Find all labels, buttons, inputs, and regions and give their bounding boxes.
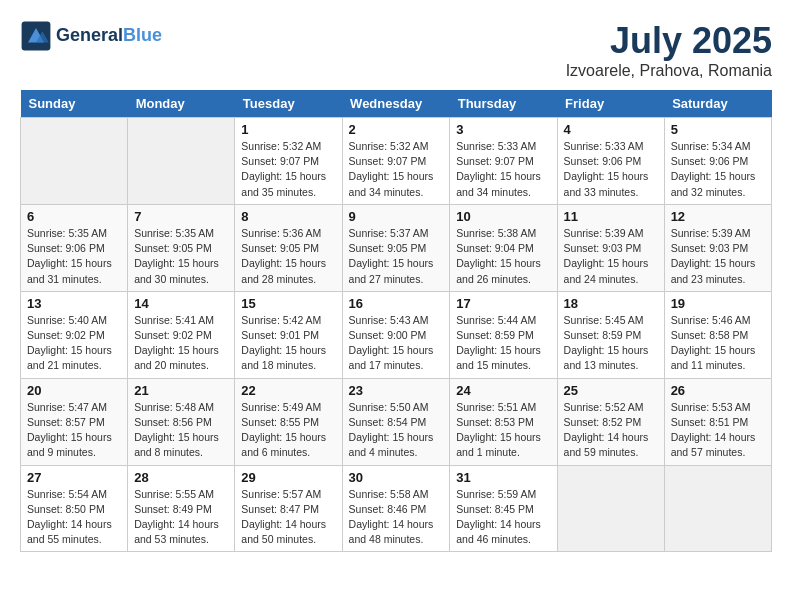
day-detail: Sunrise: 5:52 AM Sunset: 8:52 PM Dayligh… [564, 400, 658, 461]
calendar-week-row: 6Sunrise: 5:35 AM Sunset: 9:06 PM Daylig… [21, 204, 772, 291]
day-number: 8 [241, 209, 335, 224]
calendar-cell: 14Sunrise: 5:41 AM Sunset: 9:02 PM Dayli… [128, 291, 235, 378]
day-detail: Sunrise: 5:45 AM Sunset: 8:59 PM Dayligh… [564, 313, 658, 374]
calendar-cell: 4Sunrise: 5:33 AM Sunset: 9:06 PM Daylig… [557, 118, 664, 205]
calendar-cell: 25Sunrise: 5:52 AM Sunset: 8:52 PM Dayli… [557, 378, 664, 465]
day-detail: Sunrise: 5:32 AM Sunset: 9:07 PM Dayligh… [241, 139, 335, 200]
day-number: 1 [241, 122, 335, 137]
calendar-cell: 28Sunrise: 5:55 AM Sunset: 8:49 PM Dayli… [128, 465, 235, 552]
day-number: 20 [27, 383, 121, 398]
day-detail: Sunrise: 5:51 AM Sunset: 8:53 PM Dayligh… [456, 400, 550, 461]
calendar-cell [664, 465, 771, 552]
calendar-header-row: SundayMondayTuesdayWednesdayThursdayFrid… [21, 90, 772, 118]
day-number: 15 [241, 296, 335, 311]
calendar-cell: 9Sunrise: 5:37 AM Sunset: 9:05 PM Daylig… [342, 204, 450, 291]
day-detail: Sunrise: 5:40 AM Sunset: 9:02 PM Dayligh… [27, 313, 121, 374]
day-header-thursday: Thursday [450, 90, 557, 118]
calendar-week-row: 13Sunrise: 5:40 AM Sunset: 9:02 PM Dayli… [21, 291, 772, 378]
logo: GeneralBlue [20, 20, 162, 52]
day-detail: Sunrise: 5:42 AM Sunset: 9:01 PM Dayligh… [241, 313, 335, 374]
calendar-cell: 19Sunrise: 5:46 AM Sunset: 8:58 PM Dayli… [664, 291, 771, 378]
day-detail: Sunrise: 5:43 AM Sunset: 9:00 PM Dayligh… [349, 313, 444, 374]
calendar-cell: 13Sunrise: 5:40 AM Sunset: 9:02 PM Dayli… [21, 291, 128, 378]
calendar-table: SundayMondayTuesdayWednesdayThursdayFrid… [20, 90, 772, 552]
calendar-cell [557, 465, 664, 552]
day-number: 14 [134, 296, 228, 311]
day-number: 5 [671, 122, 765, 137]
day-number: 25 [564, 383, 658, 398]
calendar-cell: 29Sunrise: 5:57 AM Sunset: 8:47 PM Dayli… [235, 465, 342, 552]
day-detail: Sunrise: 5:32 AM Sunset: 9:07 PM Dayligh… [349, 139, 444, 200]
calendar-week-row: 27Sunrise: 5:54 AM Sunset: 8:50 PM Dayli… [21, 465, 772, 552]
day-detail: Sunrise: 5:50 AM Sunset: 8:54 PM Dayligh… [349, 400, 444, 461]
day-header-monday: Monday [128, 90, 235, 118]
day-header-sunday: Sunday [21, 90, 128, 118]
calendar-cell: 1Sunrise: 5:32 AM Sunset: 9:07 PM Daylig… [235, 118, 342, 205]
day-detail: Sunrise: 5:33 AM Sunset: 9:07 PM Dayligh… [456, 139, 550, 200]
calendar-cell: 15Sunrise: 5:42 AM Sunset: 9:01 PM Dayli… [235, 291, 342, 378]
calendar-week-row: 1Sunrise: 5:32 AM Sunset: 9:07 PM Daylig… [21, 118, 772, 205]
day-detail: Sunrise: 5:35 AM Sunset: 9:05 PM Dayligh… [134, 226, 228, 287]
title-block: July 2025 Izvoarele, Prahova, Romania [566, 20, 772, 80]
day-header-friday: Friday [557, 90, 664, 118]
day-detail: Sunrise: 5:38 AM Sunset: 9:04 PM Dayligh… [456, 226, 550, 287]
calendar-week-row: 20Sunrise: 5:47 AM Sunset: 8:57 PM Dayli… [21, 378, 772, 465]
calendar-cell: 12Sunrise: 5:39 AM Sunset: 9:03 PM Dayli… [664, 204, 771, 291]
day-number: 18 [564, 296, 658, 311]
calendar-cell: 20Sunrise: 5:47 AM Sunset: 8:57 PM Dayli… [21, 378, 128, 465]
calendar-cell: 16Sunrise: 5:43 AM Sunset: 9:00 PM Dayli… [342, 291, 450, 378]
day-number: 22 [241, 383, 335, 398]
day-number: 23 [349, 383, 444, 398]
day-number: 26 [671, 383, 765, 398]
day-detail: Sunrise: 5:49 AM Sunset: 8:55 PM Dayligh… [241, 400, 335, 461]
day-detail: Sunrise: 5:59 AM Sunset: 8:45 PM Dayligh… [456, 487, 550, 548]
day-detail: Sunrise: 5:57 AM Sunset: 8:47 PM Dayligh… [241, 487, 335, 548]
day-number: 13 [27, 296, 121, 311]
calendar-cell: 31Sunrise: 5:59 AM Sunset: 8:45 PM Dayli… [450, 465, 557, 552]
day-number: 29 [241, 470, 335, 485]
day-detail: Sunrise: 5:54 AM Sunset: 8:50 PM Dayligh… [27, 487, 121, 548]
month-title: July 2025 [566, 20, 772, 62]
day-number: 9 [349, 209, 444, 224]
calendar-cell: 30Sunrise: 5:58 AM Sunset: 8:46 PM Dayli… [342, 465, 450, 552]
calendar-cell: 24Sunrise: 5:51 AM Sunset: 8:53 PM Dayli… [450, 378, 557, 465]
day-number: 6 [27, 209, 121, 224]
day-header-saturday: Saturday [664, 90, 771, 118]
day-number: 31 [456, 470, 550, 485]
calendar-cell [128, 118, 235, 205]
calendar-cell: 6Sunrise: 5:35 AM Sunset: 9:06 PM Daylig… [21, 204, 128, 291]
page-header: GeneralBlue July 2025 Izvoarele, Prahova… [20, 20, 772, 80]
calendar-cell: 5Sunrise: 5:34 AM Sunset: 9:06 PM Daylig… [664, 118, 771, 205]
day-header-tuesday: Tuesday [235, 90, 342, 118]
day-number: 24 [456, 383, 550, 398]
calendar-cell: 2Sunrise: 5:32 AM Sunset: 9:07 PM Daylig… [342, 118, 450, 205]
calendar-cell: 10Sunrise: 5:38 AM Sunset: 9:04 PM Dayli… [450, 204, 557, 291]
day-number: 17 [456, 296, 550, 311]
day-header-wednesday: Wednesday [342, 90, 450, 118]
calendar-cell: 27Sunrise: 5:54 AM Sunset: 8:50 PM Dayli… [21, 465, 128, 552]
calendar-cell: 18Sunrise: 5:45 AM Sunset: 8:59 PM Dayli… [557, 291, 664, 378]
day-detail: Sunrise: 5:53 AM Sunset: 8:51 PM Dayligh… [671, 400, 765, 461]
calendar-cell: 22Sunrise: 5:49 AM Sunset: 8:55 PM Dayli… [235, 378, 342, 465]
day-number: 2 [349, 122, 444, 137]
day-detail: Sunrise: 5:36 AM Sunset: 9:05 PM Dayligh… [241, 226, 335, 287]
location: Izvoarele, Prahova, Romania [566, 62, 772, 80]
day-detail: Sunrise: 5:55 AM Sunset: 8:49 PM Dayligh… [134, 487, 228, 548]
day-detail: Sunrise: 5:58 AM Sunset: 8:46 PM Dayligh… [349, 487, 444, 548]
day-detail: Sunrise: 5:46 AM Sunset: 8:58 PM Dayligh… [671, 313, 765, 374]
day-number: 12 [671, 209, 765, 224]
calendar-cell: 3Sunrise: 5:33 AM Sunset: 9:07 PM Daylig… [450, 118, 557, 205]
day-detail: Sunrise: 5:35 AM Sunset: 9:06 PM Dayligh… [27, 226, 121, 287]
calendar-cell: 26Sunrise: 5:53 AM Sunset: 8:51 PM Dayli… [664, 378, 771, 465]
logo-text: GeneralBlue [56, 26, 162, 46]
day-detail: Sunrise: 5:37 AM Sunset: 9:05 PM Dayligh… [349, 226, 444, 287]
calendar-cell: 8Sunrise: 5:36 AM Sunset: 9:05 PM Daylig… [235, 204, 342, 291]
day-detail: Sunrise: 5:33 AM Sunset: 9:06 PM Dayligh… [564, 139, 658, 200]
day-number: 3 [456, 122, 550, 137]
day-detail: Sunrise: 5:34 AM Sunset: 9:06 PM Dayligh… [671, 139, 765, 200]
calendar-cell: 11Sunrise: 5:39 AM Sunset: 9:03 PM Dayli… [557, 204, 664, 291]
day-detail: Sunrise: 5:47 AM Sunset: 8:57 PM Dayligh… [27, 400, 121, 461]
logo-icon [20, 20, 52, 52]
day-number: 4 [564, 122, 658, 137]
day-detail: Sunrise: 5:39 AM Sunset: 9:03 PM Dayligh… [671, 226, 765, 287]
